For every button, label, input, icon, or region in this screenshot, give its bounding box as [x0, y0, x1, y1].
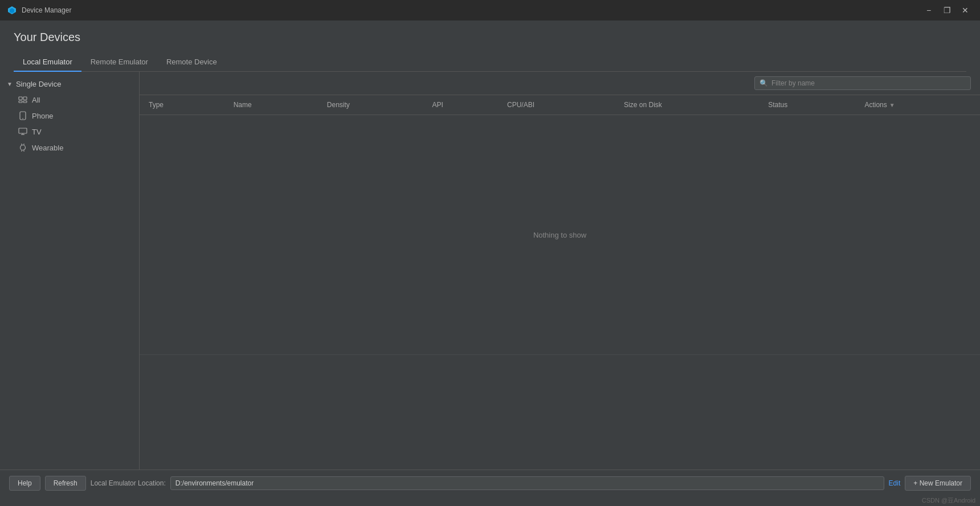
- wearable-icon: [18, 143, 27, 152]
- edit-link[interactable]: Edit: [889, 479, 901, 487]
- main-panel: 🔍 Type Name Density API CPU/ABI Size on: [140, 72, 980, 470]
- svg-point-7: [22, 118, 23, 119]
- empty-state-row: Nothing to show: [140, 115, 980, 355]
- col-size-on-disk: Size on Disk: [615, 95, 759, 115]
- sidebar-item-all[interactable]: All: [0, 92, 139, 108]
- col-actions: Actions ▼: [855, 95, 980, 115]
- all-devices-icon: [18, 95, 27, 104]
- svg-rect-8: [19, 128, 27, 133]
- tab-remote-emulator[interactable]: Remote Emulator: [81, 53, 157, 72]
- tab-remote-device[interactable]: Remote Device: [157, 53, 226, 72]
- chevron-down-icon: ▼: [7, 81, 13, 87]
- page-title: Your Devices: [14, 31, 966, 44]
- bottom-bar: Help Refresh Local Emulator Location: Ed…: [0, 470, 980, 496]
- watermark: CSDN @豆Android: [0, 496, 980, 506]
- window-controls: − ❐ ✕: [921, 4, 973, 17]
- new-emulator-button[interactable]: + New Emulator: [905, 476, 971, 491]
- table-container: Type Name Density API CPU/ABI Size on Di…: [140, 95, 980, 470]
- tab-local-emulator[interactable]: Local Emulator: [14, 53, 81, 72]
- empty-state-message: Nothing to show: [149, 121, 971, 349]
- svg-point-11: [21, 145, 26, 150]
- location-input[interactable]: [170, 476, 884, 490]
- col-type: Type: [140, 95, 224, 115]
- filter-bar: 🔍: [140, 72, 980, 95]
- sidebar-item-tv[interactable]: TV: [0, 124, 139, 140]
- sort-icon: ▼: [889, 102, 895, 108]
- filter-input-wrapper: 🔍: [754, 76, 971, 90]
- col-name: Name: [224, 95, 318, 115]
- sidebar-section-single-device[interactable]: ▼ Single Device: [0, 76, 139, 92]
- minimize-button[interactable]: −: [921, 4, 937, 17]
- refresh-button[interactable]: Refresh: [45, 476, 86, 491]
- app-title: Device Manager: [22, 6, 71, 14]
- sidebar: ▼ Single Device All: [0, 72, 140, 470]
- svg-rect-2: [19, 97, 22, 100]
- table-header-row: Type Name Density API CPU/ABI Size on Di…: [140, 95, 980, 115]
- col-cpu-abi: CPU/ABI: [498, 95, 615, 115]
- title-bar: Device Manager − ❐ ✕: [0, 0, 980, 21]
- close-button[interactable]: ✕: [957, 4, 973, 17]
- tabs-bar: Local Emulator Remote Emulator Remote De…: [14, 53, 966, 72]
- search-icon: 🔍: [760, 79, 768, 87]
- title-bar-left: Device Manager: [7, 5, 71, 15]
- phone-icon: [18, 111, 27, 120]
- devices-table: Type Name Density API CPU/ABI Size on Di…: [140, 95, 980, 355]
- tv-icon: [18, 127, 27, 136]
- location-label: Local Emulator Location:: [91, 479, 166, 487]
- svg-rect-3: [23, 97, 27, 100]
- svg-rect-4: [19, 101, 22, 103]
- filter-input[interactable]: [771, 79, 966, 87]
- restore-button[interactable]: ❐: [939, 4, 955, 17]
- app-icon: [7, 5, 17, 15]
- col-status: Status: [759, 95, 855, 115]
- page-header: Your Devices Local Emulator Remote Emula…: [0, 21, 980, 72]
- main-container: Your Devices Local Emulator Remote Emula…: [0, 21, 980, 506]
- svg-rect-5: [23, 101, 27, 103]
- col-api: API: [423, 95, 498, 115]
- content-area: ▼ Single Device All: [0, 72, 980, 470]
- help-button[interactable]: Help: [9, 476, 40, 491]
- sidebar-item-phone[interactable]: Phone: [0, 108, 139, 124]
- col-density: Density: [318, 95, 423, 115]
- sidebar-item-wearable[interactable]: Wearable: [0, 140, 139, 156]
